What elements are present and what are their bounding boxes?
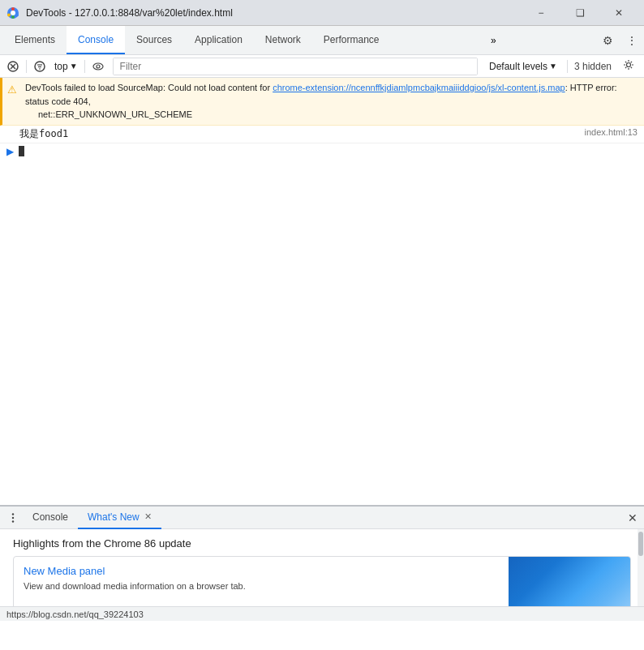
whats-new-close-icon[interactable]: ✕	[144, 511, 152, 522]
highlight-card: New Media panel View and download media …	[13, 556, 631, 613]
devtools-tabbar: Elements Console Sources Application Net…	[0, 26, 644, 55]
warning-icon: ⚠	[7, 82, 17, 98]
hidden-count: 3 hidden	[571, 61, 615, 72]
console-settings-button[interactable]	[616, 59, 641, 73]
console-log-row: 我是food1 index.html:13	[0, 126, 644, 143]
filter-input[interactable]	[114, 58, 477, 75]
minimize-button[interactable]: −	[522, 0, 560, 26]
console-error-row: ⚠ DevTools failed to load SourceMap: Cou…	[0, 78, 644, 126]
tab-application[interactable]: Application	[183, 26, 254, 54]
clear-icon	[7, 61, 19, 72]
svg-point-1	[11, 11, 15, 15]
svg-point-13	[93, 63, 103, 70]
log-levels-button[interactable]: Default levels ▼	[483, 61, 564, 72]
drawer-tab-console[interactable]: Console	[23, 507, 78, 529]
svg-point-5	[15, 13, 19, 16]
filter-toggle-button[interactable]	[30, 57, 49, 76]
console-prompt-row[interactable]: ▶	[0, 143, 644, 160]
console-toolbar: top ▼ Default levels ▼ 3 hidden	[0, 55, 644, 78]
svg-point-4	[7, 13, 11, 16]
toolbar-separator-3	[567, 60, 568, 73]
menu-icon	[7, 512, 19, 524]
drawer-menu-button[interactable]	[3, 508, 23, 528]
svg-point-14	[97, 65, 100, 68]
maximize-button[interactable]: ❑	[561, 0, 599, 26]
devtools-middle: ⚠ DevTools failed to load SourceMap: Cou…	[0, 78, 644, 621]
gear-icon	[623, 59, 634, 71]
title-bar: DevTools - 127.0.0.1:8848/var%20let/inde…	[0, 0, 644, 26]
eye-icon	[92, 61, 104, 72]
context-dropdown-icon: ▼	[70, 62, 78, 71]
context-selector[interactable]: top ▼	[51, 57, 81, 76]
svg-point-3	[11, 15, 15, 19]
url-tooltip: https://blog.csdn.net/qq_39224103	[0, 606, 644, 621]
error-text-prefix: DevTools failed to load SourceMap: Could…	[25, 83, 273, 92]
scrollbar-thumb[interactable]	[638, 532, 643, 556]
devtools-icon	[6, 6, 19, 19]
error-link[interactable]: chrome-extension://ncennffkjdiamlpmcbajk…	[273, 83, 565, 92]
close-button[interactable]: ✕	[600, 0, 638, 26]
devtools-main: Elements Console Sources Application Net…	[0, 26, 644, 621]
whats-new-heading: Highlights from the Chrome 86 update	[13, 537, 631, 550]
more-options-button[interactable]: ⋮	[620, 26, 644, 55]
toolbar-separator-2	[84, 60, 85, 73]
status-url: https://blog.csdn.net/qq_39224103	[6, 609, 144, 619]
card-title[interactable]: New Media panel	[24, 565, 499, 577]
filter-container	[113, 58, 478, 75]
card-description: View and download media information on a…	[24, 580, 499, 592]
prompt-arrow: ▶	[6, 146, 14, 157]
drawer-close-button[interactable]: ✕	[621, 511, 644, 524]
prompt-cursor	[19, 146, 24, 156]
clear-console-button[interactable]	[3, 57, 23, 76]
svg-point-16	[12, 513, 14, 515]
tab-sources[interactable]: Sources	[125, 26, 183, 54]
tab-performance[interactable]: Performance	[312, 26, 391, 54]
window-controls: − ❑ ✕	[522, 0, 638, 26]
window-title: DevTools - 127.0.0.1:8848/var%20let/inde…	[26, 7, 516, 19]
tab-console[interactable]: Console	[67, 26, 125, 54]
tab-network[interactable]: Network	[254, 26, 312, 54]
log-source[interactable]: index.html:13	[585, 127, 638, 137]
svg-point-17	[12, 516, 14, 518]
tab-actions: ⚙ ⋮	[596, 26, 644, 54]
filter-icon	[34, 61, 45, 72]
tabs-more-button[interactable]: »	[484, 26, 503, 54]
tab-elements[interactable]: Elements	[3, 26, 67, 54]
console-content: ⚠ DevTools failed to load SourceMap: Cou…	[0, 78, 644, 505]
svg-point-18	[12, 520, 14, 522]
toolbar-separator	[26, 60, 27, 73]
drawer-tabbar: Console What's New ✕ ✕	[0, 507, 644, 529]
error-text-net: net::ERR_UNKNOWN_URL_SCHEME	[25, 109, 192, 119]
svg-point-15	[627, 63, 631, 67]
svg-point-2	[11, 7, 15, 11]
card-image	[509, 557, 630, 612]
bottom-drawer: Console What's New ✕ ✕ Highlights from t…	[0, 505, 644, 621]
drawer-tab-whats-new[interactable]: What's New ✕	[78, 507, 161, 529]
log-text: 我是food1	[19, 127, 578, 141]
settings-button[interactable]: ⚙	[596, 26, 620, 55]
highlight-card-text: New Media panel View and download media …	[14, 557, 509, 612]
levels-dropdown-icon: ▼	[549, 62, 557, 71]
eye-button[interactable]	[88, 57, 108, 76]
